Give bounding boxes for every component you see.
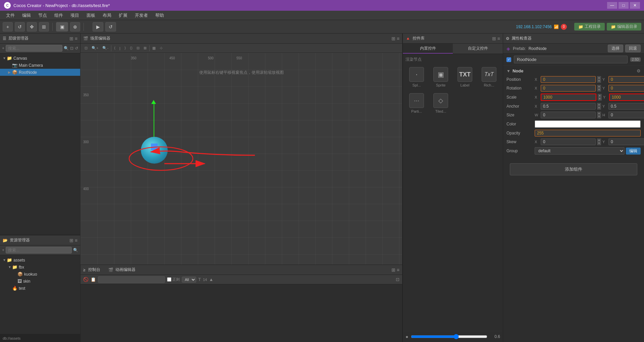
move-tool[interactable]: ✥ [27,22,37,32]
fbx-arrow[interactable]: ▼ [8,265,12,269]
tab-builtin[interactable]: 内置控件 [403,44,453,54]
size-w-input[interactable] [541,112,596,118]
widget-item-particle[interactable]: ⋯ Parti... [406,91,428,115]
menu-component[interactable]: 组件 [51,12,66,19]
scale-y-input[interactable] [609,94,644,101]
refresh-button[interactable]: ↺ [15,22,25,32]
align-top-btn[interactable]: ⟨⟩ [128,45,134,51]
close-button[interactable]: ✕ [630,2,640,9]
group-edit-btn[interactable]: 编辑 [626,148,641,155]
menu-developer[interactable]: 开发者 [131,12,151,19]
skew-x-input[interactable] [541,138,596,145]
console-menu-btn[interactable]: ≡ [397,267,399,273]
pos-x-down[interactable]: ▼ [597,79,601,83]
console-filter-input[interactable] [98,276,165,283]
hierarchy-add-btn[interactable]: + [2,46,4,51]
hierarchy-search-btn[interactable]: 🔍 [64,46,69,51]
zoom-fit-btn[interactable]: ⊡ [83,45,89,51]
grid-btn[interactable]: ▦ [151,45,157,51]
rootnode-arrow[interactable]: ▶ [8,70,12,74]
scene-copy-btn[interactable]: ⊞ [391,36,395,41]
add-component-button[interactable]: 添加组件 [510,163,637,175]
console-copy-all-btn[interactable]: 📋 [91,277,96,282]
scale-x-down[interactable]: ▼ [598,97,602,101]
node-name-input[interactable] [514,56,628,63]
node-arrow[interactable]: ▼ [506,69,511,73]
pos-x-up[interactable]: ▲ [597,76,601,79]
rot-x-up[interactable]: ▲ [597,85,601,88]
rot-x-down[interactable]: ▼ [597,88,601,92]
size-w-down[interactable]: ▼ [597,115,601,118]
menu-node[interactable]: 节点 [35,12,50,19]
hierarchy-refresh-btn[interactable]: ↺ [75,46,78,51]
console-clear-btn[interactable]: 🚫 [83,277,89,282]
skew-x-up[interactable]: ▲ [597,138,601,142]
assets-copy-btn[interactable]: ⊞ [69,238,73,243]
console-copy-btn[interactable]: ⊞ [391,267,395,273]
align-center-btn[interactable]: | [118,46,122,51]
menu-file[interactable]: 文件 [3,12,18,19]
menu-panel[interactable]: 面板 [83,12,99,19]
menu-extend[interactable]: 扩展 [115,12,131,19]
project-dir-button[interactable]: 📁 工程目录 [574,23,605,31]
hierarchy-copy-btn[interactable]: ⊞ [69,36,73,41]
opacity-input[interactable] [535,130,641,136]
hierarchy-expand-btn[interactable]: ⊡ [70,46,73,51]
size-w-up[interactable]: ▲ [597,112,601,115]
position-y-input[interactable] [608,76,644,83]
menu-help[interactable]: 帮助 [152,12,167,19]
rect-tool[interactable]: ⊞ [39,22,49,32]
play-button[interactable]: ▶ [93,22,103,32]
distribute-v-btn[interactable]: ⊠ [142,45,148,51]
align-left-btn[interactable]: ⟨ [113,45,117,51]
zoom-in-btn[interactable]: 🔍+ [90,45,100,51]
assets-item-skin[interactable]: 🖼 skin [0,278,80,285]
rotation-x-input[interactable] [541,85,596,92]
rotation-y-input[interactable] [608,85,644,92]
distribute-h-btn[interactable]: ⊟ [135,45,141,51]
assets-item-assets[interactable]: ▼ 📁 assets [0,256,80,264]
assets-add-btn[interactable]: + [2,248,4,252]
anchor-y-input[interactable] [608,103,644,110]
group-select[interactable]: default [535,147,625,155]
widget-item-splash[interactable]: · Spl... [406,65,428,89]
editor-dir-button[interactable]: 📁 编辑器目录 [607,23,641,31]
canvas-arrow[interactable]: ▼ [3,56,7,60]
tab-custom[interactable]: 自定义控件 [453,44,503,54]
skew-y-input[interactable] [608,138,644,145]
widget-copy-btn[interactable]: ⊞ [492,36,496,41]
color-swatch[interactable] [535,120,641,128]
hierarchy-search-input[interactable] [6,45,62,52]
node-checkbox[interactable]: ✓ [506,57,511,62]
assets-search-btn[interactable]: 🔍 [73,248,78,252]
tree-item-canvas[interactable]: ▼ 📁 Canvas [0,55,80,62]
log-level-select[interactable]: All [182,277,196,283]
game-btn[interactable]: ⊕ [70,22,80,32]
title-bar-controls[interactable]: — □ ✕ [607,2,640,9]
assets-item-fbx[interactable]: ▼ 📁 fbx [0,264,80,271]
widget-item-label[interactable]: TXT Label [454,65,476,89]
size-h-input[interactable] [608,112,644,118]
minimize-button[interactable]: — [607,2,617,9]
widget-item-tiledmap[interactable]: ◇ Tiled... [430,91,452,115]
scale-x-up[interactable]: ▲ [598,94,602,97]
zoom-out-btn[interactable]: 🔍- [101,45,110,51]
anchor-x-up[interactable]: ▲ [597,103,601,106]
regex-checkbox[interactable] [167,277,171,282]
menu-edit[interactable]: 编辑 [19,12,34,19]
scene-sphere-object[interactable] [141,137,168,164]
anchor-x-input[interactable] [541,103,596,110]
prefab-return-btn[interactable]: 回退 [625,45,641,52]
scene-menu-btn[interactable]: ≡ [397,36,399,41]
assets-search-input[interactable] [6,247,72,253]
node-gear-icon[interactable]: ⚙ [637,68,641,73]
maximize-button[interactable]: □ [619,2,629,9]
assets-arrow[interactable]: ▼ [3,258,7,262]
anchor-x-down[interactable]: ▼ [597,106,601,110]
assets-menu-btn[interactable]: ≡ [75,238,77,243]
position-x-input[interactable] [541,76,596,83]
hierarchy-menu-btn[interactable]: ≡ [75,36,77,41]
assets-item-kuokuo[interactable]: 📦 kuokuo [0,271,80,278]
skew-x-down[interactable]: ▼ [597,142,601,145]
menu-layout[interactable]: 布局 [99,12,115,19]
